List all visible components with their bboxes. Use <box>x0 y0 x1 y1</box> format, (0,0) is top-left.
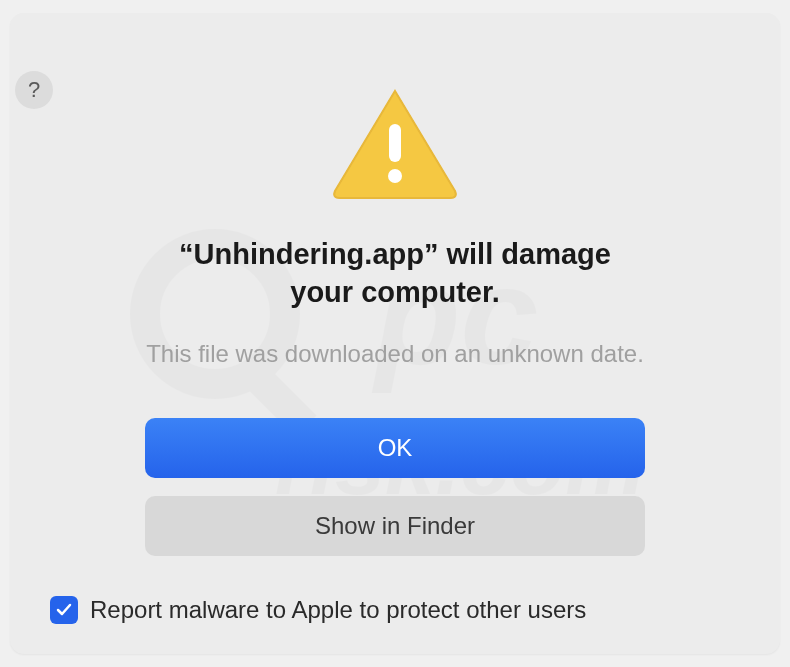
report-malware-checkbox[interactable] <box>50 596 78 624</box>
checkbox-row: Report malware to Apple to protect other… <box>45 596 745 624</box>
checkbox-label: Report malware to Apple to protect other… <box>90 596 586 624</box>
icon-container <box>45 86 745 201</box>
alert-dialog: pc risk.com ? “Unhindering.app” will dam… <box>10 13 780 653</box>
ok-button[interactable]: OK <box>145 418 645 478</box>
button-container: OK Show in Finder <box>45 418 745 556</box>
title-line1: “Unhindering.app” will damage <box>85 236 705 274</box>
title-line2: your computer. <box>85 274 705 312</box>
show-in-finder-button[interactable]: Show in Finder <box>145 496 645 556</box>
help-icon: ? <box>28 77 40 103</box>
dialog-subtitle: This file was downloaded on an unknown d… <box>45 340 745 368</box>
dialog-title: “Unhindering.app” will damage your compu… <box>45 236 745 311</box>
svg-point-5 <box>388 169 402 183</box>
warning-icon <box>330 86 460 201</box>
checkmark-icon <box>55 601 73 619</box>
svg-rect-4 <box>389 124 401 162</box>
